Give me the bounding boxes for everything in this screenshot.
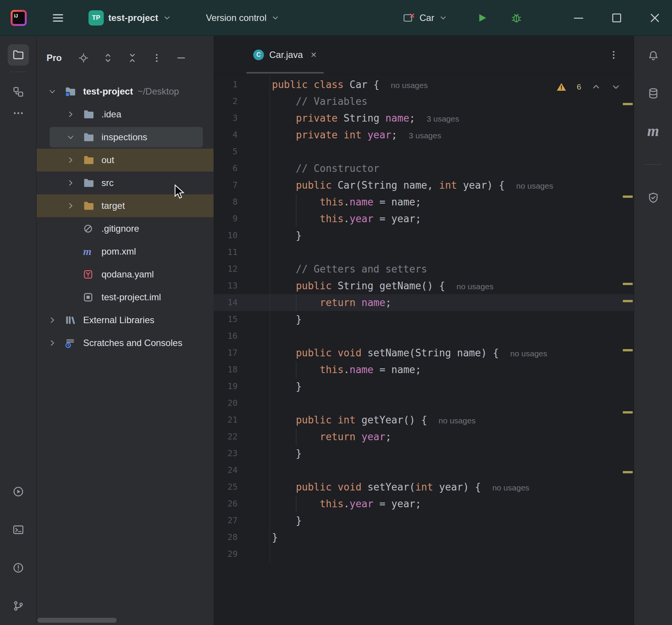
chevron-right-icon[interactable]: [66, 202, 83, 210]
notifications-button[interactable]: [643, 45, 664, 66]
code-line-15[interactable]: 15 }: [214, 311, 634, 328]
line-number[interactable]: 5: [214, 143, 270, 160]
line-number[interactable]: 23: [214, 445, 270, 462]
warning-stripe-mark[interactable]: [623, 349, 633, 351]
inspections-widget[interactable]: 6: [556, 82, 621, 92]
editor[interactable]: 1public class Car {no usages2 // Variabl…: [214, 74, 634, 625]
code-line-12[interactable]: 12 // Getters and setters: [214, 261, 634, 277]
code-line-9[interactable]: 9 this.year = year;: [214, 210, 634, 227]
code-line-8[interactable]: 8 this.name = name;: [214, 194, 634, 210]
chevron-down-icon[interactable]: [48, 87, 65, 96]
line-number[interactable]: 18: [214, 361, 270, 378]
code-line-24[interactable]: 24: [214, 462, 634, 479]
project-widget[interactable]: TP test-project: [88, 10, 171, 26]
line-number[interactable]: 7: [214, 177, 270, 194]
code-line-22[interactable]: 22 return year;: [214, 428, 634, 445]
code-line-4[interactable]: 4 private int year;3 usages: [214, 127, 634, 143]
code-line-25[interactable]: 25 public void setYear(int year) {no usa…: [214, 479, 634, 495]
structure-tool-button[interactable]: [8, 81, 29, 103]
tree-item-idea[interactable]: .idea: [37, 103, 214, 126]
code-line-2[interactable]: 2 // Variables: [214, 93, 634, 110]
warning-stripe-mark[interactable]: [623, 300, 633, 302]
warning-stripe-mark[interactable]: [623, 411, 633, 413]
line-number[interactable]: 25: [214, 479, 270, 495]
vcs-widget[interactable]: Version control: [206, 13, 280, 23]
code-line-29[interactable]: 29: [214, 546, 634, 562]
line-number[interactable]: 3: [214, 110, 270, 127]
main-menu-button[interactable]: [51, 11, 65, 25]
usages-inlay-hint[interactable]: no usages: [391, 81, 428, 90]
code-line-26[interactable]: 26 this.year = year;: [214, 495, 634, 512]
problems-tool-button[interactable]: [8, 557, 29, 579]
kebab-button[interactable]: [151, 52, 162, 64]
tree-item-qodana-yaml[interactable]: qodana.yaml: [37, 263, 214, 286]
code-line-11[interactable]: 11: [214, 244, 634, 261]
tree-item-inspections[interactable]: inspections: [37, 126, 214, 149]
line-number[interactable]: 4: [214, 127, 270, 143]
line-number[interactable]: 1: [214, 76, 270, 93]
line-number[interactable]: 12: [214, 261, 270, 277]
tree-item-out[interactable]: out: [37, 149, 214, 171]
tree-item-external-libraries[interactable]: External Libraries: [37, 309, 214, 332]
code-line-28[interactable]: 28}: [214, 529, 634, 546]
line-number[interactable]: 28: [214, 529, 270, 546]
collapse-all-button[interactable]: [127, 52, 138, 64]
chevron-down-icon[interactable]: [66, 133, 83, 141]
code-line-16[interactable]: 16: [214, 328, 634, 345]
chevron-right-icon[interactable]: [66, 110, 83, 119]
code-line-10[interactable]: 10 }: [214, 227, 634, 244]
usages-inlay-hint[interactable]: no usages: [439, 416, 476, 425]
code-line-14[interactable]: 14 return name;: [214, 294, 634, 311]
line-number[interactable]: 10: [214, 227, 270, 244]
run-tool-button[interactable]: [8, 481, 29, 502]
usages-inlay-hint[interactable]: no usages: [492, 483, 529, 492]
project-tool-button[interactable]: [8, 44, 29, 66]
usages-inlay-hint[interactable]: no usages: [457, 282, 494, 291]
code-line-19[interactable]: 19 }: [214, 378, 634, 395]
chevron-right-icon[interactable]: [48, 316, 65, 324]
tree-item-gitignore[interactable]: .gitignore: [37, 217, 214, 240]
line-number[interactable]: 14: [214, 294, 270, 311]
code-line-27[interactable]: 27 }: [214, 512, 634, 529]
tree-item-test-project-iml[interactable]: test-project.iml: [37, 286, 214, 309]
previous-problem-button[interactable]: [591, 82, 601, 92]
usages-inlay-hint[interactable]: no usages: [516, 181, 553, 190]
next-problem-button[interactable]: [611, 82, 621, 92]
line-number[interactable]: 6: [214, 160, 270, 177]
locate-button[interactable]: [78, 52, 89, 64]
database-tool-button[interactable]: [643, 83, 664, 104]
line-number[interactable]: 2: [214, 93, 270, 110]
usages-inlay-hint[interactable]: 3 usages: [409, 131, 441, 140]
run-configuration-widget[interactable]: Car: [403, 12, 447, 24]
code-line-13[interactable]: 13 public String getName() {no usages: [214, 277, 634, 294]
line-number[interactable]: 15: [214, 311, 270, 328]
line-number[interactable]: 11: [214, 244, 270, 261]
hide-panel-button[interactable]: [175, 52, 187, 64]
chevron-right-icon[interactable]: [66, 156, 83, 164]
tree-item-src[interactable]: src: [37, 171, 214, 194]
line-number[interactable]: 22: [214, 428, 270, 445]
line-number[interactable]: 13: [214, 277, 270, 294]
close-button[interactable]: [648, 11, 662, 25]
code-line-18[interactable]: 18 this.name = name;: [214, 361, 634, 378]
version-control-tool-button[interactable]: [8, 595, 29, 617]
more-tools-button[interactable]: [8, 103, 29, 124]
maven-tool-button[interactable]: m: [643, 120, 664, 142]
warning-stripe-mark[interactable]: [623, 471, 633, 473]
line-number[interactable]: 27: [214, 512, 270, 529]
project-horizontal-scrollbar[interactable]: [37, 618, 117, 623]
line-number[interactable]: 17: [214, 345, 270, 361]
intellij-logo-icon[interactable]: IJ: [11, 10, 27, 26]
warning-stripe-mark[interactable]: [623, 103, 633, 105]
line-number[interactable]: 8: [214, 194, 270, 210]
line-number[interactable]: 24: [214, 462, 270, 479]
terminal-tool-button[interactable]: [8, 519, 29, 540]
code-line-7[interactable]: 7 public Car(String name, int year) {no …: [214, 177, 634, 194]
line-number[interactable]: 26: [214, 495, 270, 512]
scrollbar-error-stripes[interactable]: [623, 74, 633, 625]
debug-button[interactable]: [510, 12, 522, 24]
tab-close-icon[interactable]: ✕: [310, 50, 317, 59]
line-number[interactable]: 16: [214, 328, 270, 345]
line-number[interactable]: 20: [214, 395, 270, 412]
code-line-5[interactable]: 5: [214, 143, 634, 160]
